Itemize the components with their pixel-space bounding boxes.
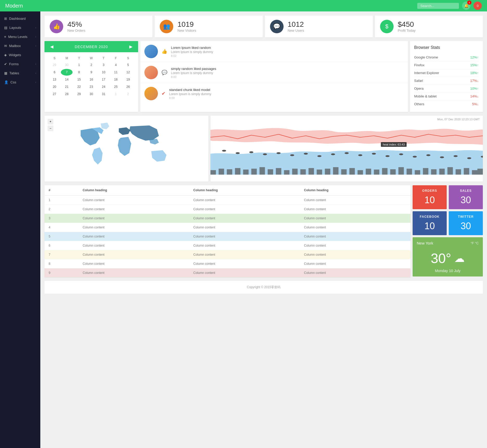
zoom-out-button[interactable]: − (48, 126, 53, 131)
bottom-row: # Column heading Column heading Column h… (44, 185, 483, 277)
svg-point-9 (345, 152, 349, 154)
table-cell: 4 (44, 223, 79, 232)
calendar-prev-button[interactable]: ◀ (49, 44, 55, 49)
sidebar-item-widgets[interactable]: ◈ Widgets (0, 50, 40, 60)
chevron-right-icon: › (35, 72, 36, 75)
cal-day[interactable]: 11 (110, 69, 122, 76)
feed-avatar-3 (144, 87, 158, 100)
cal-day[interactable]: 10 (98, 69, 110, 76)
feed-avatar-2 (144, 66, 158, 79)
browser-name: Others (414, 102, 424, 106)
cal-day[interactable]: 25 (110, 83, 122, 90)
sidebar-item-menu-levels[interactable]: ≡ Menu Levels › (0, 32, 40, 41)
browser-stat-safari: Safari 17%↓ (414, 77, 479, 85)
table-cell: Column content (300, 250, 411, 259)
svg-rect-44 (407, 169, 412, 175)
cal-day[interactable]: 18 (110, 76, 122, 83)
sidebar-item-mailbox[interactable]: ✉ Mailbox › (0, 41, 40, 50)
sidebar-item-layouts[interactable]: ▤ Layouts › (0, 23, 40, 32)
cal-day[interactable]: 31 (98, 91, 110, 97)
twitter-stat-value: 30 (460, 221, 471, 232)
cal-day[interactable]: 8 (73, 69, 85, 76)
cal-day[interactable]: 22 (73, 83, 85, 90)
visitors-icon-circle: 👥 (160, 20, 173, 33)
sidebar-item-left: ✉ Mailbox (4, 44, 21, 48)
cal-day[interactable]: 2 (122, 91, 134, 97)
css-icon: 👤 (4, 80, 8, 84)
zoom-in-button[interactable]: + (48, 119, 53, 124)
map-card: + − (44, 116, 208, 182)
sidebar-item-dashboard[interactable]: ⊞ Dashboard (0, 14, 40, 23)
notifications-button[interactable]: 🔔 4 (462, 2, 470, 10)
table-cell: Column content (189, 268, 300, 278)
cal-day-today[interactable]: 7 (61, 69, 73, 76)
visitors-number: 1019 (177, 21, 196, 28)
map-row: + − (44, 116, 483, 182)
svg-point-7 (317, 155, 322, 157)
calendar-next-button[interactable]: ▶ (128, 44, 134, 49)
cal-day[interactable]: 29 (49, 62, 60, 68)
sidebar-item-left: ▤ Layouts (4, 26, 21, 30)
cal-day[interactable]: 26 (122, 83, 134, 90)
cal-day[interactable]: 19 (122, 76, 134, 83)
cal-day[interactable]: 1 (110, 91, 122, 97)
cal-day[interactable]: 4 (110, 62, 122, 68)
cal-day[interactable]: 5 (122, 62, 134, 68)
calendar-card: ◀ DECEMBER 2020 ▶ S M T W T F S 29 (44, 41, 138, 112)
stat-cards-row: 👍 45% New Orders 👥 1019 New Visitors 💬 1… (44, 16, 483, 37)
cal-day[interactable]: 20 (49, 83, 60, 90)
cal-day[interactable]: 17 (98, 76, 110, 83)
chart-card: Mon, 07 Dec 2020 12:23:13 GMT heat index… (210, 116, 483, 182)
cal-day[interactable]: 28 (61, 91, 73, 97)
cal-day[interactable]: 15 (73, 76, 85, 83)
cal-day[interactable]: 16 (85, 76, 97, 83)
table-row: 7Column contentColumn contentColumn cont… (44, 250, 411, 259)
cal-day[interactable]: 13 (49, 76, 60, 83)
cloud-icon: ☁ (454, 252, 465, 264)
cal-day[interactable]: 30 (61, 62, 73, 68)
table-cell: Column content (189, 223, 300, 232)
sidebar-item-css[interactable]: 👤 Css › (0, 78, 40, 87)
svg-rect-33 (317, 169, 322, 175)
svg-point-2 (249, 151, 253, 153)
cal-day[interactable]: 27 (49, 91, 60, 97)
sidebar-item-left: ⊞ Dashboard (4, 17, 26, 21)
table-cell: 7 (44, 250, 79, 259)
cal-day[interactable]: 23 (85, 83, 97, 90)
footer-text: Copyright © 2015零壹码 (247, 285, 281, 289)
svg-point-18 (467, 157, 471, 159)
weather-temp: 30° (431, 251, 451, 266)
svg-rect-43 (398, 167, 404, 175)
feed-title-2: simply random liked passages (171, 67, 216, 71)
table-card: # Column heading Column heading Column h… (44, 185, 411, 277)
table-cell: Column content (300, 195, 411, 205)
chart-tooltip: heat index: 63.43 (381, 142, 406, 147)
cal-day[interactable]: 2 (85, 62, 97, 68)
cal-day[interactable]: 9 (85, 69, 97, 76)
user-avatar[interactable]: 0 (473, 2, 482, 10)
col-header-num: # (44, 185, 79, 195)
table-cell: Column content (300, 205, 411, 214)
cal-day[interactable]: 24 (98, 83, 110, 90)
cal-day[interactable]: 30 (85, 91, 97, 97)
browser-stat-mobile: Mobile & tablet 14%↓ (414, 93, 479, 100)
cal-day[interactable]: 21 (61, 83, 73, 90)
cal-day[interactable]: 14 (61, 76, 73, 83)
svg-rect-37 (349, 168, 355, 175)
cal-day[interactable]: 3 (98, 62, 110, 68)
svg-point-6 (304, 153, 308, 155)
data-table: # Column heading Column heading Column h… (44, 185, 411, 277)
sidebar-item-forms[interactable]: ✔ Forms › (0, 60, 40, 69)
cal-day[interactable]: 6 (49, 69, 60, 76)
table-row: 3Column contentColumn contentColumn cont… (44, 214, 411, 223)
search-input[interactable] (417, 3, 459, 9)
avatar-image-1 (144, 45, 158, 58)
cal-day[interactable]: 1 (73, 62, 85, 68)
table-cell: Column content (79, 195, 189, 205)
cal-day[interactable]: 12 (122, 69, 134, 76)
browser-stat-chrome: Google Chrome 12%↑ (414, 54, 479, 61)
check-icon: ✔ (162, 91, 165, 96)
sidebar-item-tables[interactable]: ▦ Tables › (0, 69, 40, 78)
profit-number: $450 (398, 21, 415, 28)
cal-day[interactable]: 29 (73, 91, 85, 97)
